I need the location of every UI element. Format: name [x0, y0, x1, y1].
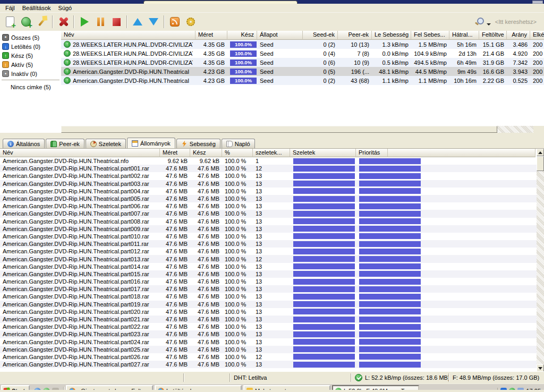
taskbar-task-1[interactable]: Letöltések	[155, 385, 242, 390]
file-column-header-1[interactable]: Méret	[160, 149, 190, 157]
pause-button[interactable]	[92, 14, 108, 29]
scroll-up-button[interactable]	[537, 149, 544, 156]
file-row[interactable]: American.Gangster.DVD-Rip.HUN.Theatrical…	[0, 225, 544, 233]
add-torrent-button[interactable]	[2, 14, 18, 29]
file-column-header-2[interactable]: Kész	[190, 149, 222, 157]
vertical-scrollbar-track[interactable]	[537, 171, 544, 364]
file-row[interactable]: American.Gangster.DVD-Rip.HUN.Theatrical…	[0, 323, 544, 330]
taskbar-task-0[interactable]: µGigatorrents.hu - µ Felt...	[66, 385, 153, 390]
file-row[interactable]: American.Gangster.DVD-Rip.HUN.Theatrical…	[0, 233, 544, 240]
file-row[interactable]: American.Gangster.DVD-Rip.HUN.Theatrical…	[0, 316, 544, 323]
torrent-row[interactable]: ↑American.Gangster.DVD-Rip.HUN.Theatrica…	[61, 76, 544, 85]
menu-belltsok[interactable]: Beállítások	[19, 4, 55, 12]
torrent-row[interactable]: ↑28.WEEKS.LATER.HUN.PAL.DVDR-CIVILIZAT..…	[61, 40, 544, 49]
move-up-button[interactable]	[130, 14, 146, 29]
search-dropdown-icon[interactable]	[487, 23, 491, 25]
file-row[interactable]: American.Gangster.DVD-Rip.HUN.Theatrical…	[0, 218, 544, 225]
move-down-button[interactable]	[146, 14, 162, 29]
menu-fjl[interactable]: Fájl	[2, 4, 19, 12]
file-column-header-0[interactable]: Név	[0, 149, 160, 157]
sidebar-item-0[interactable]: *Összes (5)	[0, 33, 61, 42]
file-row[interactable]: American.Gangster.DVD-Rip.HUN.Theatrical…	[0, 278, 544, 285]
search-box[interactable]: <Itt kereshetsz>	[474, 16, 542, 27]
scroll-down-button[interactable]	[537, 364, 544, 371]
tab-ltalnos[interactable]: iÁltalános	[3, 139, 45, 148]
file-row[interactable]: American.Gangster.DVD-Rip.HUN.Theatrical…	[0, 188, 544, 195]
torrent-column-header-7[interactable]: Fel Sebes...	[411, 31, 449, 40]
file-row[interactable]: American.Gangster.DVD-Rip.HUN.Theatrical…	[0, 157, 544, 165]
file-row[interactable]: American.Gangster.DVD-Rip.HUN.Theatrical…	[0, 293, 544, 300]
taskbar-task-2[interactable]: Maketorrent	[243, 385, 330, 390]
media-player-icon[interactable]	[52, 388, 59, 390]
file-row[interactable]: American.Gangster.DVD-Rip.HUN.Theatrical…	[0, 361, 544, 368]
torrent-column-header-5[interactable]: Peer-ek	[338, 31, 372, 40]
torrent-column-header-8[interactable]: Hátral...	[449, 31, 479, 40]
file-row[interactable]: American.Gangster.DVD-Rip.HUN.Theatrical…	[0, 338, 544, 346]
tab-llomnyok[interactable]: Állományok	[127, 138, 175, 148]
file-row[interactable]: American.Gangster.DVD-Rip.HUN.Theatrical…	[0, 263, 544, 270]
file-column-header-6[interactable]: Prioritás	[356, 149, 388, 157]
torrent-column-header-3[interactable]: Állapot	[257, 31, 303, 40]
file-column-header-7[interactable]	[388, 149, 536, 157]
sidebar-item-4[interactable]: •Inaktív (0)	[0, 69, 61, 78]
tray-app-icon[interactable]	[500, 388, 507, 390]
menu-sg[interactable]: Súgó	[55, 4, 76, 12]
file-row[interactable]: American.Gangster.DVD-Rip.HUN.Theatrical…	[0, 270, 544, 278]
tab-napl[interactable]: Napló	[222, 139, 255, 148]
vertical-scrollbar-thumb[interactable]	[537, 156, 544, 171]
tab-peerek[interactable]: Peer-ek	[46, 139, 84, 148]
torrent-column-header-0[interactable]: Név	[61, 31, 196, 40]
sidebar-item-no-label[interactable]: Nincs cimke (5)	[0, 82, 61, 91]
torrent-row[interactable]: ↑American.Gangster.DVD-Rip.HUN.Theatrica…	[61, 67, 544, 76]
file-row[interactable]: American.Gangster.DVD-Rip.HUN.Theatrical…	[0, 210, 544, 217]
internet-explorer-icon[interactable]	[34, 388, 41, 390]
file-column-header-3[interactable]: %	[222, 149, 253, 157]
desktop-icon[interactable]	[43, 388, 50, 390]
file-row[interactable]: American.Gangster.DVD-Rip.HUN.Theatrical…	[0, 368, 544, 369]
stop-button[interactable]	[108, 14, 124, 29]
file-row[interactable]: American.Gangster.DVD-Rip.HUN.Theatrical…	[0, 172, 544, 180]
file-row[interactable]: American.Gangster.DVD-Rip.HUN.Theatrical…	[0, 285, 544, 293]
sidebar-item-3[interactable]: ↕Aktív (5)	[0, 60, 61, 69]
torrent-column-header-2[interactable]: Kész	[227, 31, 257, 40]
remove-button[interactable]	[55, 14, 71, 29]
torrent-column-header-11[interactable]: Elké	[530, 31, 544, 40]
tab-szeletek[interactable]: Szeletek	[86, 139, 126, 148]
start-button[interactable]: Start	[1, 385, 30, 390]
torrent-row[interactable]: ↑28.WEEKS.LATER.HUN.PAL.DVDR-CIVILIZAT..…	[61, 58, 544, 67]
file-column-header-4[interactable]: szeletek...	[253, 149, 290, 157]
file-row[interactable]: American.Gangster.DVD-Rip.HUN.Theatrical…	[0, 301, 544, 308]
settings-button[interactable]	[183, 14, 199, 29]
vertical-scrollbar[interactable]	[537, 149, 544, 371]
file-row[interactable]: American.Gangster.DVD-Rip.HUN.Theatrical…	[0, 330, 544, 338]
file-column-header-5[interactable]: Szeletek	[290, 149, 356, 157]
rss-button[interactable]	[167, 14, 183, 29]
horizontal-scrollbar-track[interactable]	[497, 126, 533, 133]
horizontal-scrollbar[interactable]	[61, 126, 544, 133]
torrent-column-header-10[interactable]: Arány	[507, 31, 530, 40]
tray-utorrent-icon[interactable]	[509, 388, 515, 390]
file-row[interactable]: American.Gangster.DVD-Rip.HUN.Theatrical…	[0, 240, 544, 248]
sidebar-item-2[interactable]: ↑Kész (5)	[0, 51, 61, 60]
torrent-column-header-6[interactable]: Le Sebesség	[372, 31, 411, 40]
file-row[interactable]: American.Gangster.DVD-Rip.HUN.Theatrical…	[0, 202, 544, 210]
sidebar-item-1[interactable]: ↓Letöltés (0)	[0, 42, 61, 51]
file-row[interactable]: American.Gangster.DVD-Rip.HUN.Theatrical…	[0, 353, 544, 361]
search-icon[interactable]	[474, 16, 484, 27]
create-torrent-button[interactable]	[34, 14, 50, 29]
file-row[interactable]: American.Gangster.DVD-Rip.HUN.Theatrical…	[0, 308, 544, 316]
panel-splitter[interactable]	[0, 133, 544, 137]
torrent-column-header-9[interactable]: Feltöltve	[479, 31, 507, 40]
add-url-button[interactable]	[18, 14, 34, 29]
tray-network-icon[interactable]	[517, 388, 524, 390]
file-row[interactable]: American.Gangster.DVD-Rip.HUN.Theatrical…	[0, 346, 544, 353]
horizontal-scrollbar-thumb[interactable]	[61, 126, 497, 133]
torrent-column-header-4[interactable]: Seed-ek	[303, 31, 338, 40]
torrent-column-header-1[interactable]: Méret	[196, 31, 227, 40]
file-row[interactable]: American.Gangster.DVD-Rip.HUN.Theatrical…	[0, 248, 544, 255]
file-row[interactable]: American.Gangster.DVD-Rip.HUN.Theatrical…	[0, 180, 544, 188]
torrent-row[interactable]: ↑28.WEEKS.LATER.HUN.PAL.DVDR-CIVILIZAT..…	[61, 49, 544, 58]
file-row[interactable]: American.Gangster.DVD-Rip.HUN.Theatrical…	[0, 255, 544, 262]
search-input[interactable]: <Itt kereshetsz>	[495, 19, 537, 25]
start-button[interactable]	[76, 14, 92, 29]
